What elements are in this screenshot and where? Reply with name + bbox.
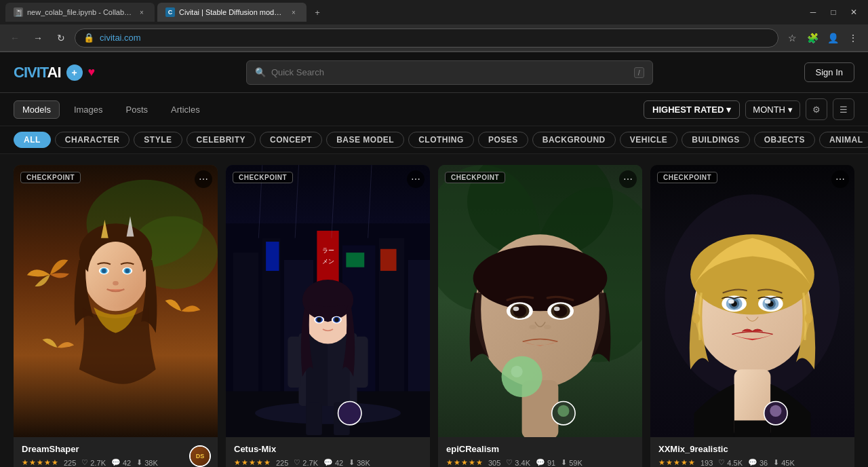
card-4-menu[interactable]: ⋯	[831, 170, 849, 188]
forward-button[interactable]: →	[28, 29, 47, 48]
category-bar: ALL CHARACTER STYLE CELEBRITY CONCEPT BA…	[0, 126, 868, 154]
cat-vehicle[interactable]: VEHICLE	[620, 132, 678, 148]
maximize-button[interactable]: □	[825, 3, 842, 21]
card-cetus-mix[interactable]: ラー メン	[226, 165, 430, 467]
filter-icon-button[interactable]: ⚙	[806, 98, 827, 120]
card-3-rating: 305	[488, 459, 500, 467]
svg-rect-25	[266, 242, 279, 271]
cat-background[interactable]: BACKGROUND	[532, 132, 616, 148]
svg-point-66	[511, 366, 523, 377]
sign-in-button[interactable]: Sign In	[804, 62, 854, 82]
cat-animal[interactable]: ANIMAL	[819, 132, 868, 148]
svg-point-43	[317, 318, 321, 322]
svg-text:ラー: ラー	[322, 247, 334, 254]
nav-bar: ← → ↻ 🔒 civitai.com ☆ 🧩 👤 ⋮	[0, 24, 868, 52]
refresh-button[interactable]: ↻	[52, 29, 71, 48]
address-bar[interactable]: 🔒 civitai.com	[75, 29, 778, 48]
svg-rect-37	[306, 403, 322, 435]
card-1-stars: ★ ★ ★ ★ ★	[22, 458, 58, 467]
card-1-menu[interactable]: ⋯	[195, 170, 212, 188]
svg-point-60	[513, 307, 519, 311]
svg-point-68	[557, 405, 569, 417]
download-icon: ⬇	[349, 458, 355, 467]
card-4-stars: ★ ★ ★ ★ ★	[658, 458, 695, 467]
svg-point-81	[728, 299, 734, 303]
tab-2[interactable]: C Civitai | Stable Diffusion models... ×	[157, 3, 307, 22]
card-2-stars: ★ ★ ★ ★ ★	[234, 458, 271, 467]
card-4-comments: 💬 36	[748, 458, 768, 467]
tab-posts[interactable]: Posts	[117, 100, 157, 119]
cat-concept[interactable]: CONCEPT	[260, 132, 322, 148]
card-3-name: epiCRealism	[446, 444, 634, 454]
card-xxmix[interactable]: CHECKPOINT ⋯ XXMix_9realistic ★ ★ ★ ★ ★ …	[650, 165, 854, 467]
favorites-button[interactable]: ♥	[88, 65, 96, 79]
svg-point-53	[473, 245, 608, 311]
comment-icon: 💬	[748, 458, 757, 467]
card-2-menu[interactable]: ⋯	[407, 170, 425, 188]
svg-text:メン: メン	[322, 258, 334, 265]
period-selector[interactable]: MONTH ▾	[745, 100, 800, 119]
cat-buildings[interactable]: BUILDINGS	[682, 132, 750, 148]
svg-rect-86	[734, 420, 771, 437]
card-1-rating: 225	[64, 459, 76, 467]
extensions-button[interactable]: 🧩	[803, 29, 822, 48]
card-epicrealism[interactable]: CHECKPOINT ⋯ epiCRealism ★ ★ ★ ★ ★ 305 ♡…	[438, 165, 642, 467]
card-3-downloads: ⬇ 59K	[561, 458, 583, 467]
cat-all[interactable]: ALL	[14, 132, 51, 148]
svg-point-12	[113, 281, 119, 285]
card-3-likes: ♡ 3.4K	[506, 458, 530, 467]
menu-button[interactable]: ⋮	[844, 29, 863, 48]
svg-point-83	[692, 313, 700, 323]
card-3-badge: CHECKPOINT	[445, 172, 505, 183]
site-logo[interactable]: CIVITAI	[14, 64, 61, 81]
card-1-likes: ♡ 2.7K	[81, 458, 106, 467]
highest-rated-label: HIGHEST RATED	[652, 105, 724, 115]
svg-point-61	[554, 307, 560, 311]
card-1-avatar: DS	[189, 445, 211, 467]
cat-clothing[interactable]: CLOTHING	[408, 132, 474, 148]
comment-icon: 💬	[111, 458, 121, 467]
tab-images[interactable]: Images	[65, 100, 112, 119]
window-controls: ─ □ ✕	[804, 3, 863, 21]
nav-actions: ☆ 🧩 👤 ⋮	[783, 29, 863, 48]
svg-point-84	[805, 313, 812, 323]
cat-base-model[interactable]: BASE MODEL	[326, 132, 404, 148]
search-bar[interactable]: 🔍 Quick Search /	[246, 60, 653, 85]
card-3-stars: ★ ★ ★ ★ ★	[446, 458, 483, 467]
card-3-comments: 💬 91	[536, 458, 555, 467]
close-button[interactable]: ✕	[845, 3, 863, 21]
tab-models[interactable]: Models	[14, 100, 60, 119]
bookmark-star-button[interactable]: ☆	[783, 29, 802, 48]
card-3-stats: ★ ★ ★ ★ ★ 305 ♡ 3.4K 💬 91	[446, 458, 634, 467]
tab-1[interactable]: 📓 new_colab_file.ipynb - Collabora... ×	[5, 3, 155, 22]
card-1-image	[14, 165, 218, 437]
card-4-downloads: ⬇ 45K	[773, 458, 795, 467]
profile-button[interactable]: 👤	[823, 29, 842, 48]
card-3-info: epiCRealism ★ ★ ★ ★ ★ 305 ♡ 3.4K	[438, 437, 642, 467]
back-button[interactable]: ←	[5, 29, 24, 48]
card-2-comments: 💬 42	[323, 458, 343, 467]
card-dreamshaper[interactable]: CHECKPOINT ⋯ DS DreamShaper ★ ★ ★ ★ ★ 22…	[14, 165, 218, 467]
card-2-stats: ★ ★ ★ ★ ★ 225 ♡ 2.7K 💬 42	[234, 458, 422, 467]
cat-poses[interactable]: POSES	[478, 132, 528, 148]
cat-character[interactable]: CHARACTER	[55, 132, 130, 148]
cat-celebrity[interactable]: CELEBRITY	[186, 132, 256, 148]
heart-icon: ♡	[506, 458, 513, 467]
download-icon: ⬇	[773, 458, 779, 467]
tab-2-close[interactable]: ×	[289, 7, 298, 17]
heart-icon: ♡	[81, 458, 88, 467]
add-content-button[interactable]: +	[66, 64, 83, 81]
tab-articles[interactable]: Articles	[162, 100, 209, 119]
cat-style[interactable]: STYLE	[134, 132, 182, 148]
layout-icon-button[interactable]: ☰	[833, 98, 854, 120]
highest-rated-button[interactable]: HIGHEST RATED ▾	[644, 100, 740, 119]
tab-1-close[interactable]: ×	[137, 7, 146, 17]
new-tab-button[interactable]: +	[309, 4, 326, 20]
card-3-menu[interactable]: ⋯	[619, 170, 637, 188]
minimize-button[interactable]: ─	[804, 3, 822, 21]
svg-point-8	[102, 269, 106, 273]
cards-grid: CHECKPOINT ⋯ DS DreamShaper ★ ★ ★ ★ ★ 22…	[14, 165, 854, 467]
card-1-comments: 💬 42	[111, 458, 131, 467]
card-1-badge: CHECKPOINT	[20, 172, 81, 183]
cat-objects[interactable]: OBJECTS	[754, 132, 815, 148]
